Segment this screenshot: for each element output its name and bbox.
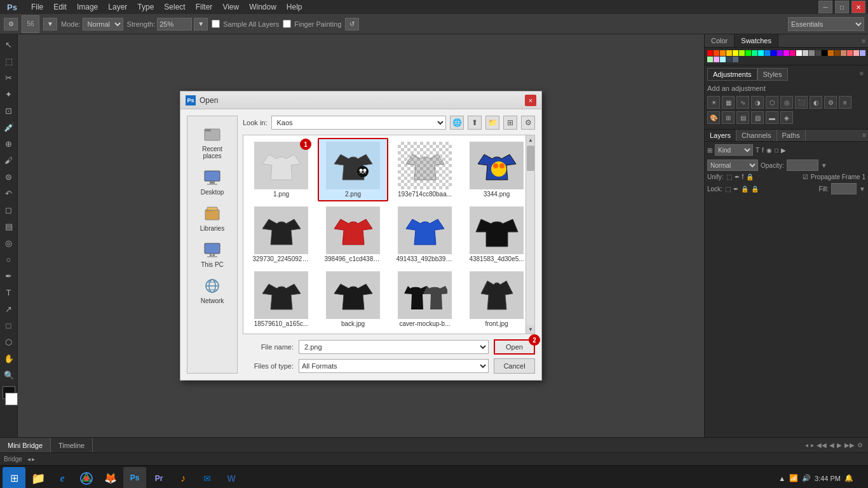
lookin-select[interactable]: Kaos [271,116,446,130]
tool-shape[interactable]: □ [1,318,17,333]
menu-view[interactable]: View [218,1,243,13]
fill-input[interactable] [831,183,857,194]
minimize-btn[interactable]: ─ [818,1,832,13]
color-swatch[interactable] [860,50,865,56]
taskbar-firefox[interactable]: 🦊 [99,467,122,489]
menu-edit[interactable]: Edit [49,1,71,13]
new-folder-btn[interactable]: 📁 [485,116,499,130]
reset-btn[interactable]: ↺ [345,18,359,30]
hue-sat-btn[interactable]: ◎ [780,96,793,109]
file-item-10[interactable]: back.jpg [318,268,388,331]
workspace-select[interactable]: Essentials [788,17,864,31]
restore-btn[interactable]: □ [835,1,849,13]
strength-arrow[interactable]: ▼ [194,18,208,30]
file-item-5[interactable]: 329730_2245092d... [246,203,316,266]
fill-dropdown[interactable]: ▼ [859,186,865,193]
menu-filter[interactable]: Filter [191,1,217,13]
file-item-2[interactable]: 2.png [318,138,388,201]
mini-bridge-skip-start[interactable]: ◀◀ [817,442,827,449]
cancel-button[interactable]: Cancel [494,358,535,374]
channel-mixer-btn[interactable]: ≡ [839,96,851,109]
file-grid-scrollbar[interactable]: ▲ ▼ [526,135,534,334]
tab-styles[interactable]: Styles [757,68,788,81]
filetype-select[interactable]: All Formats [299,359,489,373]
menu-image[interactable]: Image [72,1,102,13]
tool-move[interactable]: ↖ [1,37,17,52]
nav-back-btn[interactable]: 🌐 [450,116,464,130]
brush-size-input[interactable]: 56 [22,15,39,33]
file-item-4[interactable]: 3344.png [461,138,532,201]
taskbar-photoshop[interactable]: Ps [123,467,146,489]
layers-kind-select[interactable]: Kind [715,144,753,156]
menu-help[interactable]: Help [282,1,307,13]
color-swatch[interactable] [790,50,796,56]
mini-bridge-play[interactable]: ▶ [837,442,842,449]
tool-options-btn[interactable]: ⚙ [4,18,18,30]
tool-history-brush[interactable]: ↶ [1,186,17,201]
taskbar-mail[interactable]: ✉ [196,467,219,489]
menu-window[interactable]: Window [245,1,281,13]
tab-paths[interactable]: Paths [777,130,806,141]
color-swatch[interactable] [726,50,732,56]
color-swatch[interactable] [853,50,859,56]
color-swatch[interactable] [745,50,751,56]
posterize-btn[interactable]: ▤ [736,111,749,124]
tool-blur[interactable]: ◎ [1,235,17,250]
dialog-close-btn[interactable]: × [525,95,536,106]
tool-text[interactable]: T [1,285,17,300]
taskbar-ie[interactable]: e [51,467,74,489]
panel-options-btn[interactable]: ≡ [862,37,865,44]
taskbar-chrome[interactable] [75,467,98,489]
tab-adjustments[interactable]: Adjustments [707,68,757,81]
bw-btn[interactable]: ◐ [810,96,822,109]
color-swatch[interactable] [822,50,827,56]
file-item-9[interactable]: 18579610_a165c... [246,268,316,331]
color-lookup-btn[interactable]: 🎨 [707,111,720,124]
color-swatch[interactable] [828,50,834,56]
tab-color[interactable]: Color [705,34,735,47]
file-item-8[interactable]: 4381583_4d30e5... [461,203,532,266]
tool-marquee[interactable]: ⬚ [1,53,17,69]
extra-btn[interactable]: ⚙ [521,116,535,130]
tool-eraser[interactable]: ◻ [1,202,17,217]
color-swatch[interactable] [803,50,808,56]
color-swatch[interactable] [841,50,846,56]
tool-brush[interactable]: 🖌 [1,152,17,168]
color-balance-btn[interactable]: ⬛ [795,96,808,109]
file-item-7[interactable]: 491433_492bb390... [390,203,460,266]
vibrance-btn[interactable]: ⬡ [766,96,778,109]
color-swatch[interactable] [739,50,745,56]
scrollbar-thumb[interactable] [527,146,534,171]
taskbar-word[interactable]: W [220,467,243,489]
color-swatch[interactable] [777,50,783,56]
menu-type[interactable]: Type [133,1,158,13]
tool-magic-wand[interactable]: ✦ [1,86,17,102]
tool-3d[interactable]: ⬡ [1,334,17,349]
color-swatch[interactable] [720,57,726,62]
tab-timeline[interactable]: Timeline [51,438,93,452]
taskbar-file-explorer[interactable]: 📁 [27,467,50,489]
nav-up-btn[interactable]: ⬆ [468,116,482,130]
color-swatch[interactable] [758,50,764,56]
opacity-dropdown[interactable]: ▼ [821,162,827,169]
nav-this-pc[interactable]: This PC [190,237,234,271]
curves-btn[interactable]: ∿ [736,96,749,109]
color-swatch[interactable] [733,57,738,62]
photo-filter-btn[interactable]: ⚙ [824,96,837,109]
tab-swatches[interactable]: Swatches [735,34,778,47]
brightness-contrast-btn[interactable]: ☀ [707,96,720,109]
nav-network[interactable]: Network [190,273,234,307]
status-nav-btn[interactable]: ◂ [27,456,31,463]
color-swatch[interactable] [796,50,802,56]
tool-hand[interactable]: ✋ [1,351,17,366]
taskbar-media[interactable]: ♪ [172,467,194,489]
menu-file[interactable]: File [27,1,48,13]
tool-dodge[interactable]: ○ [1,252,17,267]
layers-panel-menu[interactable]: ≡ [860,130,868,141]
tab-channels[interactable]: Channels [736,130,776,141]
invert-btn[interactable]: ⊞ [722,111,735,124]
background-color[interactable] [5,393,18,405]
scrollbar-down[interactable]: ▼ [526,325,535,334]
mini-bridge-next[interactable]: ▶▶ [844,442,855,449]
tool-preset-btn[interactable]: ▼ [43,18,57,30]
